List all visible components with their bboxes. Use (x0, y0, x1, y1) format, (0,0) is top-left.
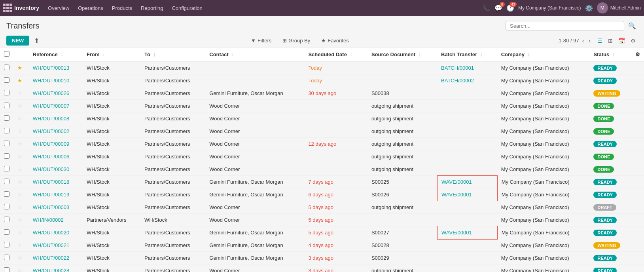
star-empty-icon[interactable]: ☆ (17, 255, 22, 261)
reference-link[interactable]: WH/OUT/00006 (33, 154, 69, 160)
settings-icon[interactable]: ⚙️ (585, 4, 593, 12)
row-checkbox[interactable] (4, 204, 9, 209)
row-batch[interactable] (437, 100, 497, 112)
upload-icon[interactable]: ⬆ (32, 35, 41, 46)
reference-link[interactable]: WH/OUT/00026 (33, 90, 69, 96)
row-batch[interactable] (437, 138, 497, 150)
reference-link[interactable]: WH/OUT/00010 (33, 78, 69, 84)
prev-page-btn[interactable]: ‹ (581, 37, 586, 45)
star-empty-icon[interactable]: ☆ (17, 179, 22, 185)
batch-link[interactable]: WAVE/00001 (441, 179, 472, 185)
table-row[interactable]: ☆WH/OUT/00020WH/StockPartners/CustomersG… (0, 226, 644, 239)
row-batch[interactable]: WAVE/00001 (437, 176, 497, 188)
settings-view-btn[interactable]: ⚙ (629, 36, 638, 45)
row-checkbox[interactable] (4, 267, 9, 272)
table-row[interactable]: ☆WH/OUT/00019WH/StockPartners/CustomersG… (0, 188, 644, 201)
row-checkbox-cell[interactable] (0, 100, 13, 112)
row-reference[interactable]: WH/OUT/00002 (29, 125, 83, 138)
star-empty-icon[interactable]: ☆ (17, 90, 22, 96)
table-row[interactable]: ☆WH/OUT/00030WH/StockPartners/CustomersW… (0, 163, 644, 176)
table-row[interactable]: ☆WH/OUT/00006WH/StockPartners/CustomersW… (0, 150, 644, 163)
row-checkbox[interactable] (4, 77, 9, 83)
row-checkbox[interactable] (4, 179, 9, 184)
chat-icon[interactable]: 💬 8 (494, 4, 502, 12)
row-star[interactable]: ☆ (13, 112, 29, 125)
row-star[interactable]: ☆ (13, 252, 29, 264)
table-row[interactable]: ☆WH/OUT/00021WH/StockPartners/CustomersG… (0, 239, 644, 252)
row-batch[interactable] (437, 163, 497, 176)
row-star[interactable]: ☆ (13, 163, 29, 176)
row-reference[interactable]: WH/OUT/00026 (29, 87, 83, 100)
row-reference[interactable]: WH/IN/00002 (29, 214, 83, 226)
row-checkbox-cell[interactable] (0, 214, 13, 226)
reference-link[interactable]: WH/OUT/00007 (33, 103, 69, 109)
row-star[interactable]: ☆ (13, 239, 29, 252)
row-checkbox[interactable] (4, 191, 9, 197)
row-reference[interactable]: WH/OUT/00030 (29, 163, 83, 176)
group-by-button[interactable]: ⊞ Group By (279, 36, 313, 45)
nav-overview[interactable]: Overview (44, 4, 73, 13)
select-all-checkbox[interactable] (4, 51, 9, 57)
row-checkbox[interactable] (4, 115, 9, 121)
row-checkbox-cell[interactable] (0, 150, 13, 163)
row-checkbox-cell[interactable] (0, 188, 13, 201)
reference-link[interactable]: WH/OUT/00021 (33, 242, 69, 248)
reference-link[interactable]: WH/OUT/00022 (33, 255, 69, 261)
row-reference[interactable]: WH/OUT/00022 (29, 252, 83, 264)
header-status[interactable]: Status ↕ (589, 48, 631, 61)
table-row[interactable]: ☆WH/OUT/00018WH/StockPartners/CustomersG… (0, 176, 644, 188)
row-reference[interactable]: WH/OUT/00018 (29, 176, 83, 188)
row-star[interactable]: ☆ (13, 201, 29, 214)
star-empty-icon[interactable]: ☆ (17, 217, 22, 223)
calendar-view-btn[interactable]: 📅 (616, 36, 627, 45)
row-star[interactable]: ☆ (13, 188, 29, 201)
row-star[interactable]: ☆ (13, 214, 29, 226)
row-batch[interactable] (437, 150, 497, 163)
reference-link[interactable]: WH/OUT/00019 (33, 192, 69, 198)
row-batch[interactable]: WAVE/00001 (437, 226, 497, 239)
table-row[interactable]: ☆WH/OUT/00028WH/StockPartners/CustomersW… (0, 264, 644, 272)
filters-button[interactable]: ▼ Filters (248, 36, 275, 45)
row-reference[interactable]: WH/OUT/00007 (29, 100, 83, 112)
row-reference[interactable]: WH/OUT/00028 (29, 264, 83, 272)
row-checkbox-cell[interactable] (0, 74, 13, 87)
row-checkbox[interactable] (4, 242, 9, 247)
row-batch[interactable]: BATCH/00001 (437, 61, 497, 74)
row-star[interactable]: ★ (13, 61, 29, 74)
row-batch[interactable] (437, 252, 497, 264)
row-batch[interactable]: BATCH/00002 (437, 74, 497, 87)
nav-operations[interactable]: Operations (74, 4, 107, 13)
row-reference[interactable]: WH/OUT/00021 (29, 239, 83, 252)
row-reference[interactable]: WH/OUT/00008 (29, 112, 83, 125)
row-checkbox-cell[interactable] (0, 201, 13, 214)
row-batch[interactable] (437, 87, 497, 100)
row-star[interactable]: ☆ (13, 264, 29, 272)
row-checkbox-cell[interactable] (0, 264, 13, 272)
row-star[interactable]: ☆ (13, 125, 29, 138)
row-reference[interactable]: WH/OUT/00006 (29, 150, 83, 163)
batch-link[interactable]: WAVE/00001 (441, 230, 472, 236)
batch-link[interactable]: BATCH/00002 (441, 78, 474, 84)
star-empty-icon[interactable]: ☆ (17, 242, 22, 248)
reference-link[interactable]: WH/OUT/00030 (33, 166, 69, 172)
star-empty-icon[interactable]: ☆ (17, 116, 22, 122)
nav-configuration[interactable]: Configuration (168, 4, 206, 13)
row-reference[interactable]: WH/OUT/00020 (29, 226, 83, 239)
row-star[interactable]: ☆ (13, 138, 29, 150)
reference-link[interactable]: WH/IN/00002 (33, 217, 64, 223)
row-reference[interactable]: WH/OUT/00003 (29, 201, 83, 214)
row-checkbox[interactable] (4, 128, 9, 133)
header-scheduled-date[interactable]: Scheduled Date ↕ (304, 48, 367, 61)
table-row[interactable]: ☆WH/OUT/00008WH/StockPartners/CustomersW… (0, 112, 644, 125)
header-company[interactable]: Company ↕ (497, 48, 590, 61)
list-view-btn[interactable]: ☰ (595, 36, 604, 45)
company-name[interactable]: My Company (San Francisco) (518, 5, 581, 11)
table-row[interactable]: ☆WH/OUT/00009WH/StockPartners/CustomersW… (0, 138, 644, 150)
apps-icon[interactable] (3, 4, 12, 12)
row-batch[interactable] (437, 264, 497, 272)
row-checkbox-cell[interactable] (0, 87, 13, 100)
row-checkbox[interactable] (4, 217, 9, 222)
table-row[interactable]: ☆WH/OUT/00002WH/StockPartners/CustomersW… (0, 125, 644, 138)
header-from[interactable]: From ↕ (83, 48, 140, 61)
row-checkbox-cell[interactable] (0, 125, 13, 138)
